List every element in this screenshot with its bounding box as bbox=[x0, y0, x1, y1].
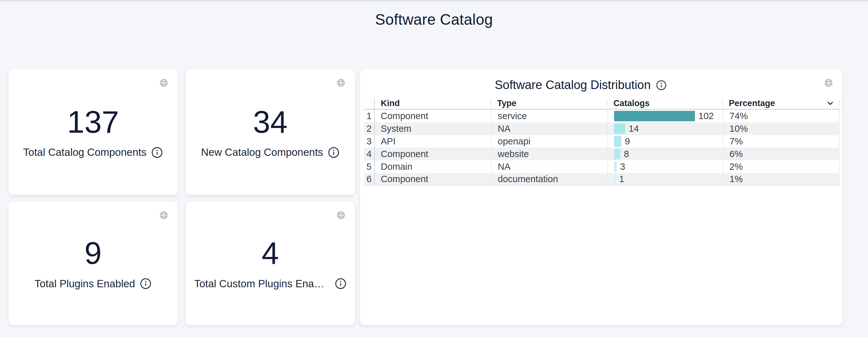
info-icon[interactable] bbox=[656, 80, 667, 91]
info-icon[interactable] bbox=[328, 147, 340, 158]
column-header-percentage[interactable]: Percentage bbox=[723, 98, 839, 110]
type-cell: NA bbox=[491, 122, 608, 135]
top-edge-shadow bbox=[0, 0, 868, 2]
percentage-cell: 2% bbox=[723, 160, 839, 173]
stat-value: 9 bbox=[84, 237, 102, 270]
catalogs-cell: 1 bbox=[608, 173, 723, 186]
catalog-bar bbox=[614, 136, 621, 147]
software-catalog-distribution-card: Software Catalog Distribution Kind Type … bbox=[360, 69, 842, 325]
stat-value: 4 bbox=[261, 237, 279, 270]
catalogs-cell: 14 bbox=[608, 122, 723, 135]
catalogs-cell: 9 bbox=[608, 135, 723, 147]
info-icon[interactable] bbox=[335, 278, 346, 290]
catalog-count: 1 bbox=[619, 174, 624, 184]
stat-card-total-custom-plugins-enabled: 4 Total Custom Plugins Enabl... bbox=[186, 202, 355, 325]
catalogs-cell: 3 bbox=[608, 160, 723, 173]
catalog-bar bbox=[614, 124, 625, 134]
catalog-count: 8 bbox=[624, 149, 629, 159]
stat-label: Total Custom Plugins Enabl... bbox=[194, 278, 330, 290]
stat-value: 137 bbox=[67, 106, 119, 138]
kind-cell: Component bbox=[374, 147, 491, 160]
stat-value: 34 bbox=[253, 106, 287, 138]
row-number-cell: 1 bbox=[364, 110, 374, 122]
distribution-title: Software Catalog Distribution bbox=[495, 78, 651, 92]
percentage-cell: 7% bbox=[723, 135, 839, 147]
row-number-cell: 3 bbox=[364, 135, 374, 147]
stat-card-new-catalog-components: 34 New Catalog Components bbox=[186, 69, 355, 195]
column-header-percentage-label: Percentage bbox=[729, 99, 775, 108]
percentage-cell: 10% bbox=[723, 122, 839, 135]
kind-cell: System bbox=[374, 122, 491, 135]
stat-card-total-plugins-enabled: 9 Total Plugins Enabled bbox=[8, 202, 178, 325]
stat-card-total-catalog-components: 137 Total Catalog Components bbox=[8, 69, 178, 195]
globe-icon[interactable] bbox=[335, 209, 347, 222]
row-number-cell: 4 bbox=[364, 147, 374, 160]
column-header-type[interactable]: Type bbox=[491, 98, 608, 110]
globe-icon[interactable] bbox=[157, 76, 170, 89]
distribution-table: Kind Type Catalogs Percentage 1 Componen… bbox=[364, 98, 839, 186]
catalog-count: 3 bbox=[620, 162, 625, 172]
catalog-bar bbox=[614, 149, 620, 159]
percentage-cell: 6% bbox=[723, 147, 839, 160]
type-cell: documentation bbox=[491, 173, 608, 186]
percentage-cell: 1% bbox=[723, 173, 839, 186]
info-icon[interactable] bbox=[151, 147, 163, 158]
globe-icon[interactable] bbox=[335, 76, 347, 89]
info-icon[interactable] bbox=[140, 278, 152, 290]
kind-cell: API bbox=[374, 135, 491, 147]
column-header-catalogs[interactable]: Catalogs bbox=[608, 98, 723, 110]
type-cell: website bbox=[491, 147, 608, 160]
globe-icon[interactable] bbox=[822, 76, 835, 89]
catalog-bar bbox=[614, 111, 695, 121]
row-number-cell: 6 bbox=[364, 173, 374, 186]
chevron-down-icon[interactable] bbox=[826, 99, 835, 108]
kind-cell: Component bbox=[374, 110, 491, 122]
stat-label: Total Catalog Components bbox=[23, 146, 147, 158]
row-number-cell: 5 bbox=[364, 160, 374, 173]
kind-cell: Component bbox=[374, 173, 491, 186]
globe-icon[interactable] bbox=[157, 209, 170, 222]
type-cell: service bbox=[491, 110, 608, 122]
stat-label: Total Plugins Enabled bbox=[35, 278, 135, 290]
type-cell: NA bbox=[491, 160, 608, 173]
catalogs-cell: 8 bbox=[608, 147, 723, 160]
catalog-count: 9 bbox=[625, 136, 630, 147]
page-title: Software Catalog bbox=[0, 11, 868, 28]
column-header-kind[interactable]: Kind bbox=[374, 98, 491, 110]
kind-cell: Domain bbox=[374, 160, 491, 173]
percentage-cell: 74% bbox=[723, 110, 839, 122]
catalog-count: 14 bbox=[629, 124, 639, 134]
catalog-count: 102 bbox=[699, 111, 714, 121]
column-header-row-number bbox=[364, 98, 374, 110]
stat-label: New Catalog Components bbox=[201, 146, 323, 158]
catalog-bar bbox=[614, 174, 616, 184]
row-number-cell: 2 bbox=[364, 122, 374, 135]
catalogs-cell: 102 bbox=[608, 110, 723, 122]
catalog-bar bbox=[614, 162, 617, 172]
type-cell: openapi bbox=[491, 135, 608, 147]
